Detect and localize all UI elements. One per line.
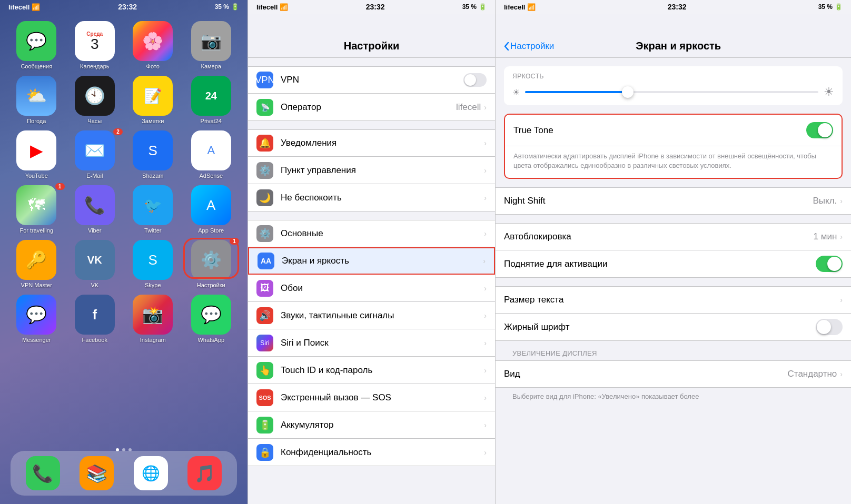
back-button[interactable]: Настройки xyxy=(504,41,554,52)
true-tone-toggle[interactable] xyxy=(806,122,833,138)
time-display: 23:32 xyxy=(668,3,687,11)
display-zoom-label: УВЕЛИЧЕНИЕ ДИСПЛЕЯ xyxy=(496,341,851,360)
vpn-toggle[interactable] xyxy=(463,73,487,87)
autolock-chevron: › xyxy=(840,233,843,241)
privacy-chevron: › xyxy=(484,448,487,457)
settings-row-display[interactable]: AA Экран и яркость › xyxy=(248,247,495,275)
privacy-icon: 🔒 xyxy=(256,444,273,461)
sounds-chevron: › xyxy=(484,311,487,320)
settings-row-touchid[interactable]: 👆 Touch ID и код-пароль › xyxy=(248,357,495,384)
night-shift-row[interactable]: Night Shift Выкл. › xyxy=(496,187,851,215)
battery-home: 35 % 🔋 xyxy=(215,3,239,11)
carrier-text-home: lifecell xyxy=(8,3,29,11)
wifi-icon-display: 📶 xyxy=(527,3,536,11)
app-appstore[interactable]: A App Store xyxy=(185,185,238,234)
settings-row-vpn[interactable]: VPN VPN xyxy=(248,66,495,94)
wallpaper-icon: 🖼 xyxy=(256,280,273,297)
autolock-label: Автоблокировка xyxy=(504,231,814,242)
app-skype[interactable]: S Skype xyxy=(127,240,179,288)
app-privat24[interactable]: 24 Privat24 xyxy=(185,76,238,124)
view-row[interactable]: Вид Стандартно › xyxy=(496,360,851,388)
settings-row-general[interactable]: ⚙️ Основные › xyxy=(248,220,495,247)
settings-row-wallpaper[interactable]: 🖼 Обои › xyxy=(248,275,495,302)
app-adsense[interactable]: A AdSense xyxy=(185,130,238,179)
autolock-section: Автоблокировка 1 мин › Поднятие для акти… xyxy=(496,223,851,278)
brightness-thumb[interactable] xyxy=(622,86,634,98)
settings-section-3: ⚙️ Основные › AA Экран и яркость › 🖼 Обо… xyxy=(248,220,495,466)
settings-row-control[interactable]: ⚙️ Пункт управления › xyxy=(248,157,495,184)
dock-phone[interactable]: 📞 xyxy=(26,456,60,490)
touchid-label: Touch ID и код-пароль xyxy=(281,365,484,376)
app-settings[interactable]: ⚙️ 1 Настройки xyxy=(185,240,238,288)
time-settings: 23:32 xyxy=(366,3,385,11)
bold-row[interactable]: Жирный шрифт xyxy=(496,314,851,341)
app-camera[interactable]: 📷 Камера xyxy=(185,21,238,69)
app-vk[interactable]: VK VK xyxy=(69,240,121,288)
brightness-slider[interactable]: ☀ ☀ xyxy=(512,85,834,99)
app-whatsapp[interactable]: 💬 WhatsApp xyxy=(185,295,238,343)
settings-row-sounds[interactable]: 🔊 Звуки, тактильные сигналы › xyxy=(248,302,495,329)
app-shazam[interactable]: S Shazam xyxy=(127,130,179,179)
app-youtube[interactable]: ▶ YouTube xyxy=(11,130,63,179)
settings-row-privacy[interactable]: 🔒 Конфиденциальность › xyxy=(248,439,495,466)
app-maps[interactable]: 🗺 1 For travelling xyxy=(11,185,63,234)
dock-music[interactable]: 🎵 xyxy=(187,456,222,490)
settings-section-1: VPN VPN 📡 Оператор lifecell › xyxy=(248,66,495,121)
privacy-label: Конфиденциальность xyxy=(281,447,484,458)
app-twitter[interactable]: 🐦 Twitter xyxy=(127,185,179,234)
settings-panel: lifecell 📶 23:32 35 % 🔋 Настройки VPN VP… xyxy=(248,0,495,504)
app-messages[interactable]: 💬 Сообщения xyxy=(11,21,63,69)
app-email[interactable]: ✉️ 2 E-Mail xyxy=(69,130,121,179)
dnd-label: Не беспокоить xyxy=(281,193,484,203)
wifi-icon-home: 📶 xyxy=(32,3,40,11)
settings-row-operator[interactable]: 📡 Оператор lifecell › xyxy=(248,94,495,121)
siri-icon: Siri xyxy=(256,335,273,351)
settings-row-notifications[interactable]: 🔔 Уведомления › xyxy=(248,129,495,157)
settings-row-siri[interactable]: Siri Siri и Поиск › xyxy=(248,329,495,357)
night-shift-label: Night Shift xyxy=(504,196,813,206)
app-messenger[interactable]: 💬 Messenger xyxy=(11,295,63,343)
app-weather[interactable]: ⛅ Погода xyxy=(11,76,63,124)
display-chevron: › xyxy=(483,257,486,265)
sos-chevron: › xyxy=(484,394,487,402)
dock-books[interactable]: 📚 xyxy=(80,456,114,490)
battery-icon: 🔋 xyxy=(256,417,273,434)
settings-row-battery[interactable]: 🔋 Аккумулятор › xyxy=(248,411,495,439)
view-chevron: › xyxy=(840,370,843,378)
app-calendar[interactable]: Среда 3 Календарь xyxy=(69,21,121,69)
raise-toggle[interactable] xyxy=(816,256,843,272)
siri-label: Siri и Поиск xyxy=(281,338,484,348)
brightness-max-icon: ☀ xyxy=(824,85,834,99)
text-size-label: Размер текста xyxy=(504,295,840,305)
time-home: 23:32 xyxy=(118,3,137,11)
battery-row-chevron: › xyxy=(484,421,487,429)
siri-chevron: › xyxy=(484,339,487,347)
home-screen: lifecell 📶 23:32 35 % 🔋 💬 Сообщения Сред… xyxy=(0,0,248,504)
app-vpnmaster[interactable]: 🔑 VPN Master xyxy=(11,240,63,288)
battery-icon-display: 🔋 xyxy=(835,3,843,11)
operator-label: Оператор xyxy=(281,102,456,113)
settings-row-dnd[interactable]: 🌙 Не беспокоить › xyxy=(248,184,495,211)
notifications-icon: 🔔 xyxy=(256,135,273,152)
settings-badge: 1 xyxy=(230,238,239,245)
operator-chevron: › xyxy=(484,103,487,112)
text-size-row[interactable]: Размер текста › xyxy=(496,286,851,314)
true-tone-row[interactable]: True Tone xyxy=(505,115,842,146)
app-viber[interactable]: 📞 Viber xyxy=(69,185,121,234)
dock-chrome[interactable]: 🌐 xyxy=(134,456,168,490)
raise-row[interactable]: Поднятие для активации xyxy=(496,250,851,278)
app-facebook[interactable]: f Facebook xyxy=(69,295,121,343)
control-icon: ⚙️ xyxy=(256,162,273,179)
autolock-row[interactable]: Автоблокировка 1 мин › xyxy=(496,223,851,250)
bold-toggle[interactable] xyxy=(816,319,843,335)
app-instagram[interactable]: 📸 Instagram xyxy=(127,295,179,343)
brightness-track[interactable] xyxy=(525,91,818,93)
app-clock[interactable]: 🕙 Часы xyxy=(69,76,121,124)
battery-settings: 35 % 🔋 xyxy=(462,3,487,11)
app-photos[interactable]: 🌸 Фото xyxy=(127,21,179,69)
touchid-chevron: › xyxy=(484,366,487,375)
view-label: Вид xyxy=(504,369,788,379)
settings-row-sos[interactable]: SOS Экстренный вызов — SOS › xyxy=(248,384,495,411)
app-notes[interactable]: 📝 Заметки xyxy=(127,76,179,124)
brightness-label: ЯРКОСТЬ xyxy=(512,73,834,80)
